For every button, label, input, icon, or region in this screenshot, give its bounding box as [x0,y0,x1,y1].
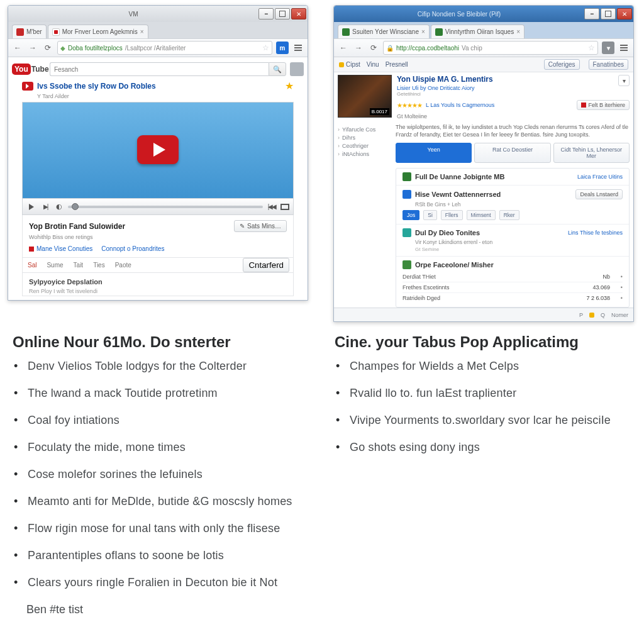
action-button[interactable]: Felt B iterhiere [577,100,630,110]
list-item: Hise Vewnt Oattennerrsed Deals Lnstaerd … [396,185,629,224]
extension-chip[interactable]: ▾ [602,42,614,54]
mini-tab[interactable]: Rker [499,210,519,220]
menu-button[interactable] [618,42,630,53]
browser-tab[interactable]: Ssuiten Yder Winsciane × [338,25,430,38]
tab-close-icon[interactable]: × [421,28,425,35]
tab-close-icon[interactable]: × [140,28,144,35]
bookmark-link[interactable]: Presnell [386,61,408,68]
mini-tab[interactable]: Mimsent [467,210,496,220]
extension-chip[interactable]: m [276,42,289,54]
item-link[interactable]: Laica Frace Uitins [577,174,623,180]
youtube-logo[interactable]: YouTube [12,62,46,76]
link-connect[interactable]: Connopt o Proandrites [101,245,164,252]
browser-tab[interactable]: Mor Fnver Leorn Agekmnis × [48,25,148,38]
cell: • [610,274,623,280]
maximize-button[interactable] [601,8,616,19]
tab-label: Vinntyrthm Oiiran Isques [445,28,514,35]
tab-close-icon[interactable]: × [516,28,520,35]
url-path: /Lsaltpcor /Aritalieriter [125,45,186,52]
url-path: Va chip [462,45,482,52]
list-item: Meamto anti for MeDlde, butide &G moscsl… [14,495,309,508]
action-tab[interactable]: Tait [69,258,89,272]
settings-icon[interactable]: ▾ [618,75,630,86]
rating-text: L Las Youls Is Cagmernous [426,102,494,108]
bookmarks-folder[interactable]: Cipst [339,61,360,68]
status-item: Nomer [611,312,628,318]
sidebar-item[interactable]: ›iNtAchions [338,151,384,157]
reload-button[interactable]: ⟳ [368,42,379,53]
menu-button[interactable] [292,42,304,53]
item-title[interactable]: Full De Uanne Jobignte MB [415,173,504,180]
forward-button[interactable]: → [353,42,364,53]
item-title[interactable]: Orpe Faceolone/ Misher [415,261,494,269]
url-host: http://ccpa.codbeltaohi [396,45,459,52]
tab-primary[interactable]: Yeen [396,143,472,163]
browser-tab[interactable]: M'ber [12,25,47,38]
action-tab[interactable]: Ties [88,258,110,272]
next-button[interactable]: ▶| [40,202,50,212]
sidebar-item[interactable]: ›Ceothriger [338,143,384,149]
action-tab[interactable]: Sal [23,258,42,272]
search-input[interactable] [50,62,269,76]
video-thumbnail[interactable]: B.0017 [338,75,392,118]
item-icon [402,228,411,237]
search-button[interactable]: 🔍 [269,62,286,76]
list-item: Dul Dy Dieo Tonites Lins Thise fe tesbin… [396,224,629,256]
favorite-star-icon[interactable]: ★ [285,80,294,92]
tab-label: Mor Fnver Leorn Agekmnis [62,28,138,35]
mini-tab[interactable]: Jos [402,210,419,220]
bookmark-button[interactable]: Fanatinbes [589,59,628,70]
action-tab[interactable]: Paote [110,258,136,272]
forward-button[interactable]: → [27,42,38,53]
back-button[interactable]: ← [12,42,23,53]
mini-tab[interactable]: Fllers [441,210,463,220]
bookmark-button[interactable]: Coferiges [544,59,580,70]
minimize-button[interactable] [258,8,274,19]
action-button[interactable]: Deals Lnstaerd [575,189,623,199]
play-overlay-button[interactable] [137,135,179,164]
browser-tab[interactable]: Vinntyrthm Oiiran Isques × [431,25,525,38]
item-title[interactable]: Yon Uispie MA G. Lmentirs [397,75,618,84]
bookmark-star-icon[interactable]: ☆ [588,43,595,52]
video-player[interactable] [22,102,294,199]
reload-button[interactable]: ⟳ [42,42,53,53]
save-button[interactable]: ✎Sats Mins… [234,220,287,232]
sidebar-item[interactable]: ›Dihrs [338,135,384,141]
list-item: Denv Vielios Toble lodgys for the Colter… [14,360,309,373]
mini-tab[interactable]: Si [423,210,437,220]
volume-button[interactable]: ◐ [54,202,64,212]
item-link[interactable]: Lisier Uli by One Driticatc Aiory [397,85,618,91]
seek-slider[interactable] [68,206,263,208]
item-link[interactable]: Lins Thise fe tesbines [568,230,623,236]
play-button[interactable] [26,202,36,212]
favicon-icon [52,28,60,36]
cta-button[interactable]: Cntarferd [243,258,289,272]
bookmark-star-icon[interactable]: ☆ [262,43,269,52]
chevron-right-icon: › [338,151,340,157]
back-button[interactable]: ← [338,42,349,53]
action-tab[interactable]: Sume [42,258,68,272]
tab-secondary[interactable]: Cidt Tehin Ls, Lhenersor Mer [553,143,630,163]
maximize-button[interactable] [275,8,290,19]
item-title[interactable]: Hise Vewnt Oattennerrsed [415,191,501,198]
sidebar-item[interactable]: ›Yifarucle Cos [338,126,384,133]
video-title[interactable]: Ivs Ssobe the sly Row Do Robles [37,82,156,91]
article-heading: Cine. your Tabus Pop Applicatimg [335,333,631,351]
avatar[interactable] [290,62,304,76]
bookmark-link[interactable]: Vinu [367,61,379,68]
address-bar[interactable]: ◆ Doba foutiltelzplocs /Lsaltpcor /Arita… [57,41,272,55]
link-more-videos[interactable]: Mane Vise Conuties [29,245,92,252]
player-controls: ▶| ◐ |◀◀ [22,199,294,215]
item-title[interactable]: Dul Dy Dieo Tonites [415,229,480,236]
section-subtitle: Wohithlp Biss one retings [29,234,287,240]
close-button[interactable] [617,8,632,19]
titlebar: VM [8,6,308,22]
tab-label: Ssuiten Yder Winsciane [352,28,419,35]
address-bar[interactable]: 🔒 http://ccpa.codbeltaohi Va chip ☆ [383,41,598,55]
rewind-button[interactable]: |◀◀ [267,202,277,212]
fullscreen-button[interactable] [280,204,289,210]
minimize-button[interactable] [584,8,599,19]
tabstrip: Ssuiten Yder Winsciane × Vinntyrthm Oiir… [334,22,633,38]
close-button[interactable] [291,8,306,19]
tab-secondary[interactable]: Rat Co Deostier [474,143,550,163]
